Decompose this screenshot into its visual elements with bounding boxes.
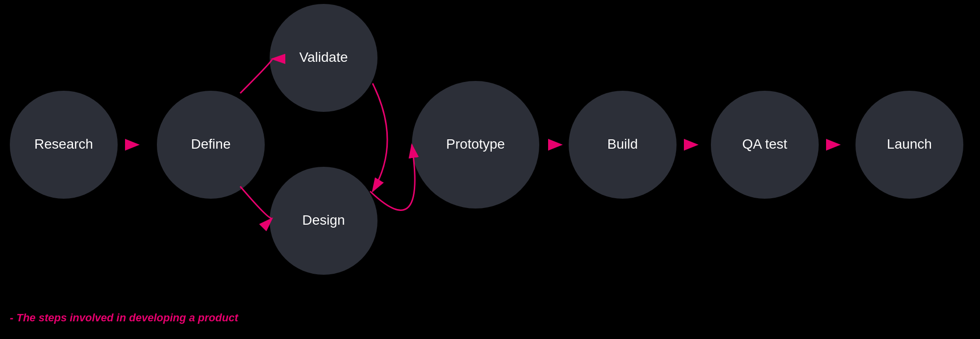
arrow-define-design: [240, 186, 272, 218]
label-design: Design: [302, 212, 345, 228]
label-build: Build: [607, 136, 638, 152]
arrow-define-validate: [240, 59, 272, 93]
label-define: Define: [191, 136, 231, 152]
label-qatest: QA test: [742, 136, 787, 152]
label-validate: Validate: [299, 50, 348, 65]
arrow-validate-design: [373, 83, 387, 191]
caption: - The steps involved in developing a pro…: [10, 312, 238, 324]
process-diagram: Research Define Validate Design Prototyp…: [0, 0, 980, 290]
arrow-research-define: [125, 139, 140, 151]
label-research: Research: [34, 136, 93, 152]
arrow-prototype-build: [548, 139, 563, 151]
diagram-container: Research Define Validate Design Prototyp…: [0, 0, 980, 339]
arrow-build-qatest: [684, 139, 699, 151]
arrow-design-prototype: [370, 145, 415, 210]
label-prototype: Prototype: [446, 136, 505, 152]
arrow-qatest-launch: [826, 139, 841, 151]
label-launch: Launch: [887, 136, 932, 152]
